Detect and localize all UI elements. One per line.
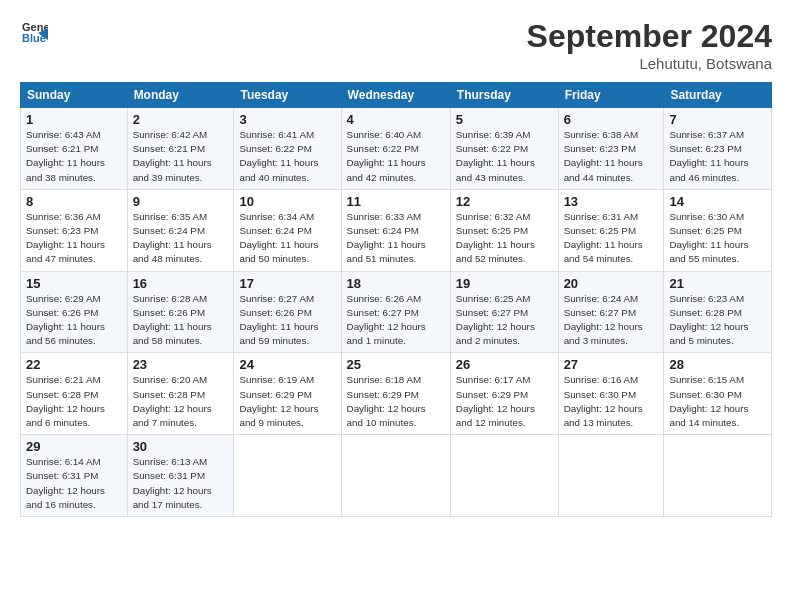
table-row: 11Sunrise: 6:33 AMSunset: 6:24 PMDayligh… [341,189,450,271]
day-number: 7 [669,112,766,127]
day-number: 16 [133,276,229,291]
table-row: 26Sunrise: 6:17 AMSunset: 6:29 PMDayligh… [450,353,558,435]
day-number: 28 [669,357,766,372]
page: General Blue September 2024 Lehututu, Bo… [0,0,792,527]
day-info: Sunrise: 6:32 AMSunset: 6:25 PMDaylight:… [456,210,553,267]
day-info: Sunrise: 6:19 AMSunset: 6:29 PMDaylight:… [239,373,335,430]
col-sunday: Sunday [21,83,128,108]
table-row: 4Sunrise: 6:40 AMSunset: 6:22 PMDaylight… [341,108,450,190]
day-number: 30 [133,439,229,454]
table-row: 3Sunrise: 6:41 AMSunset: 6:22 PMDaylight… [234,108,341,190]
day-info: Sunrise: 6:18 AMSunset: 6:29 PMDaylight:… [347,373,445,430]
table-row [234,435,341,517]
table-row: 13Sunrise: 6:31 AMSunset: 6:25 PMDayligh… [558,189,664,271]
calendar-week-row: 22Sunrise: 6:21 AMSunset: 6:28 PMDayligh… [21,353,772,435]
day-number: 8 [26,194,122,209]
table-row: 18Sunrise: 6:26 AMSunset: 6:27 PMDayligh… [341,271,450,353]
table-row: 22Sunrise: 6:21 AMSunset: 6:28 PMDayligh… [21,353,128,435]
month-title: September 2024 [527,18,772,55]
day-number: 29 [26,439,122,454]
day-info: Sunrise: 6:25 AMSunset: 6:27 PMDaylight:… [456,292,553,349]
day-number: 15 [26,276,122,291]
table-row: 7Sunrise: 6:37 AMSunset: 6:23 PMDaylight… [664,108,772,190]
table-row: 29Sunrise: 6:14 AMSunset: 6:31 PMDayligh… [21,435,128,517]
calendar-week-row: 15Sunrise: 6:29 AMSunset: 6:26 PMDayligh… [21,271,772,353]
day-info: Sunrise: 6:33 AMSunset: 6:24 PMDaylight:… [347,210,445,267]
table-row [558,435,664,517]
calendar-week-row: 1Sunrise: 6:43 AMSunset: 6:21 PMDaylight… [21,108,772,190]
table-row [450,435,558,517]
day-number: 11 [347,194,445,209]
day-number: 13 [564,194,659,209]
table-row: 8Sunrise: 6:36 AMSunset: 6:23 PMDaylight… [21,189,128,271]
day-info: Sunrise: 6:38 AMSunset: 6:23 PMDaylight:… [564,128,659,185]
day-number: 1 [26,112,122,127]
day-info: Sunrise: 6:16 AMSunset: 6:30 PMDaylight:… [564,373,659,430]
day-info: Sunrise: 6:36 AMSunset: 6:23 PMDaylight:… [26,210,122,267]
table-row: 25Sunrise: 6:18 AMSunset: 6:29 PMDayligh… [341,353,450,435]
day-number: 17 [239,276,335,291]
day-info: Sunrise: 6:24 AMSunset: 6:27 PMDaylight:… [564,292,659,349]
day-info: Sunrise: 6:15 AMSunset: 6:30 PMDaylight:… [669,373,766,430]
day-number: 3 [239,112,335,127]
table-row: 24Sunrise: 6:19 AMSunset: 6:29 PMDayligh… [234,353,341,435]
day-number: 21 [669,276,766,291]
day-info: Sunrise: 6:26 AMSunset: 6:27 PMDaylight:… [347,292,445,349]
table-row: 20Sunrise: 6:24 AMSunset: 6:27 PMDayligh… [558,271,664,353]
table-row: 15Sunrise: 6:29 AMSunset: 6:26 PMDayligh… [21,271,128,353]
day-number: 23 [133,357,229,372]
calendar-week-row: 8Sunrise: 6:36 AMSunset: 6:23 PMDaylight… [21,189,772,271]
header: General Blue September 2024 Lehututu, Bo… [20,18,772,72]
day-info: Sunrise: 6:23 AMSunset: 6:28 PMDaylight:… [669,292,766,349]
col-thursday: Thursday [450,83,558,108]
day-number: 12 [456,194,553,209]
table-row: 28Sunrise: 6:15 AMSunset: 6:30 PMDayligh… [664,353,772,435]
day-info: Sunrise: 6:34 AMSunset: 6:24 PMDaylight:… [239,210,335,267]
day-info: Sunrise: 6:13 AMSunset: 6:31 PMDaylight:… [133,455,229,512]
table-row: 21Sunrise: 6:23 AMSunset: 6:28 PMDayligh… [664,271,772,353]
day-info: Sunrise: 6:17 AMSunset: 6:29 PMDaylight:… [456,373,553,430]
day-info: Sunrise: 6:39 AMSunset: 6:22 PMDaylight:… [456,128,553,185]
day-info: Sunrise: 6:40 AMSunset: 6:22 PMDaylight:… [347,128,445,185]
day-number: 27 [564,357,659,372]
day-number: 22 [26,357,122,372]
table-row: 6Sunrise: 6:38 AMSunset: 6:23 PMDaylight… [558,108,664,190]
day-number: 6 [564,112,659,127]
day-number: 14 [669,194,766,209]
table-row: 17Sunrise: 6:27 AMSunset: 6:26 PMDayligh… [234,271,341,353]
day-info: Sunrise: 6:43 AMSunset: 6:21 PMDaylight:… [26,128,122,185]
table-row: 9Sunrise: 6:35 AMSunset: 6:24 PMDaylight… [127,189,234,271]
table-row [664,435,772,517]
calendar-week-row: 29Sunrise: 6:14 AMSunset: 6:31 PMDayligh… [21,435,772,517]
col-monday: Monday [127,83,234,108]
day-info: Sunrise: 6:30 AMSunset: 6:25 PMDaylight:… [669,210,766,267]
day-info: Sunrise: 6:42 AMSunset: 6:21 PMDaylight:… [133,128,229,185]
title-area: September 2024 Lehututu, Botswana [527,18,772,72]
day-number: 18 [347,276,445,291]
calendar-table: Sunday Monday Tuesday Wednesday Thursday… [20,82,772,517]
day-number: 26 [456,357,553,372]
day-info: Sunrise: 6:28 AMSunset: 6:26 PMDaylight:… [133,292,229,349]
day-info: Sunrise: 6:37 AMSunset: 6:23 PMDaylight:… [669,128,766,185]
day-info: Sunrise: 6:35 AMSunset: 6:24 PMDaylight:… [133,210,229,267]
day-info: Sunrise: 6:27 AMSunset: 6:26 PMDaylight:… [239,292,335,349]
day-number: 20 [564,276,659,291]
col-wednesday: Wednesday [341,83,450,108]
day-info: Sunrise: 6:21 AMSunset: 6:28 PMDaylight:… [26,373,122,430]
day-number: 19 [456,276,553,291]
table-row: 14Sunrise: 6:30 AMSunset: 6:25 PMDayligh… [664,189,772,271]
table-row: 2Sunrise: 6:42 AMSunset: 6:21 PMDaylight… [127,108,234,190]
day-info: Sunrise: 6:14 AMSunset: 6:31 PMDaylight:… [26,455,122,512]
table-row: 10Sunrise: 6:34 AMSunset: 6:24 PMDayligh… [234,189,341,271]
table-row: 19Sunrise: 6:25 AMSunset: 6:27 PMDayligh… [450,271,558,353]
day-info: Sunrise: 6:29 AMSunset: 6:26 PMDaylight:… [26,292,122,349]
day-number: 9 [133,194,229,209]
col-tuesday: Tuesday [234,83,341,108]
table-row: 12Sunrise: 6:32 AMSunset: 6:25 PMDayligh… [450,189,558,271]
day-number: 10 [239,194,335,209]
table-row: 27Sunrise: 6:16 AMSunset: 6:30 PMDayligh… [558,353,664,435]
logo-icon: General Blue [20,18,48,46]
day-number: 25 [347,357,445,372]
day-info: Sunrise: 6:41 AMSunset: 6:22 PMDaylight:… [239,128,335,185]
logo: General Blue [20,18,50,46]
